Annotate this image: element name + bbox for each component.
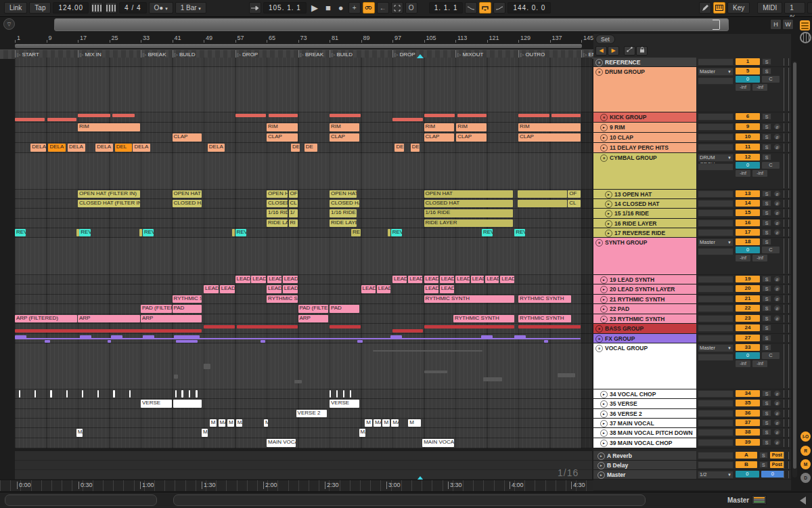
output-routing-selector[interactable]: Master▼ [698, 68, 734, 76]
arrangement-position-field[interactable]: 105. 1. 1 [263, 2, 307, 14]
track-lane[interactable] [15, 153, 592, 190]
quantize-selector[interactable]: 1 Bar ▾ [175, 2, 206, 14]
track-header-row[interactable]: ▸36 VERSE 236Sø [593, 409, 791, 419]
clip[interactable] [45, 340, 50, 343]
clip[interactable]: M [365, 419, 371, 427]
show-returns-toggle[interactable]: R [800, 446, 811, 456]
track-header-row[interactable]: ▸34 VOCAL CHOP34Sø [593, 389, 791, 399]
solo-button[interactable]: S [762, 285, 771, 292]
track-number-box[interactable]: 14 [736, 200, 760, 207]
speaker-toggle-icon[interactable]: ø [773, 219, 781, 226]
clip[interactable]: MA [76, 429, 83, 437]
clip[interactable] [518, 200, 567, 207]
clip[interactable]: MAIN VOCA [422, 439, 453, 447]
track-fold-icon[interactable]: ▸ [600, 276, 608, 284]
clip[interactable]: M [210, 419, 217, 427]
clip[interactable] [343, 390, 344, 398]
track-number-box[interactable]: 5 [736, 68, 760, 75]
track-header-row[interactable]: ▸19 LEAD SYNTH19Sø [593, 275, 791, 284]
clip-view-toggle-icon[interactable] [800, 20, 810, 30]
clip[interactable]: RIM [330, 123, 359, 131]
clip[interactable] [237, 325, 298, 329]
track-header-row[interactable]: ▸15 1/16 RIDE15Sø [593, 209, 791, 219]
clip[interactable]: RYTHMIC SYNTH [518, 295, 571, 303]
clip[interactable]: DELA [30, 144, 46, 152]
speaker-toggle-icon[interactable]: ø [773, 429, 781, 436]
master-pan[interactable]: 0 [736, 471, 759, 478]
loop-length-field[interactable]: 144. 0. 0 [508, 2, 551, 14]
track-fold-icon[interactable]: ▸ [600, 410, 608, 418]
solo-button[interactable]: S [762, 144, 771, 150]
track-number-box[interactable]: 15 [736, 209, 760, 216]
track-io-field[interactable] [698, 429, 734, 436]
track-name-cell[interactable]: ▸16 RIDE LAYER [593, 219, 696, 228]
clip[interactable] [424, 325, 514, 329]
clip[interactable]: REV [482, 229, 493, 236]
track-name[interactable]: 23 RYTHMIC SYNTH [610, 316, 664, 322]
return-track-row[interactable]: ▸B DelayBSPost [593, 461, 791, 470]
follow-button[interactable] [249, 2, 261, 14]
track-name[interactable]: 20 LEAD SYNTH LAYER [610, 286, 675, 293]
track-lane[interactable]: MAIN VOCAMAIN VOCA [15, 438, 592, 448]
solo-button[interactable]: S [762, 429, 771, 436]
track-fold-icon[interactable]: ▸ [600, 286, 608, 293]
track-name-cell[interactable]: ▸14 CLOSED HAT [593, 199, 696, 208]
arrangement-overview[interactable] [54, 18, 729, 31]
clip[interactable]: REV [391, 229, 402, 236]
clip[interactable]: CL [289, 200, 298, 207]
clip[interactable] [350, 390, 351, 398]
clip[interactable]: RYTHMIC SYNTH [424, 295, 514, 303]
track-name[interactable]: KICK GROUP [610, 114, 646, 121]
track-io-field[interactable] [698, 58, 734, 66]
clip[interactable]: LEAD [361, 285, 376, 293]
post-toggle[interactable]: Post [770, 461, 784, 468]
clip[interactable]: M [408, 419, 421, 427]
clip[interactable] [47, 118, 76, 121]
clip[interactable]: LEAD [424, 285, 438, 293]
computer-midi-keyboard-icon[interactable] [713, 2, 725, 14]
track-header-row[interactable]: ▸38 MAIN VOCAL PITCH DOWN38Sø [593, 428, 791, 438]
track-lane[interactable]: DELADELADELADELADELDELADELADEDEDEDE [15, 143, 592, 153]
clip[interactable] [174, 375, 177, 379]
speaker-toggle-icon[interactable]: ø [773, 200, 781, 207]
track-lane[interactable]: CLAPCLAPCLAPCLAPCLAPCLAP [15, 133, 592, 143]
speaker-toggle-icon[interactable]: ø [773, 133, 781, 140]
track-number-box[interactable]: 22 [736, 305, 760, 312]
clip[interactable]: VERSE [141, 400, 172, 408]
track-header-row[interactable]: ▸35 VERSE35Sø [593, 399, 791, 409]
clip[interactable]: MA [219, 419, 225, 427]
solo-button[interactable]: S [762, 190, 771, 197]
clip[interactable]: DELA [133, 144, 150, 152]
track-number-box[interactable]: 36 [736, 410, 760, 417]
track-number-box[interactable]: 21 [736, 295, 760, 302]
clip[interactable] [518, 114, 549, 117]
track-name-cell[interactable]: ▸20 LEAD SYNTH LAYER [593, 284, 696, 294]
track-number-box[interactable]: 1 [736, 58, 760, 65]
show-hide-overview-icon[interactable]: ▽ [3, 18, 15, 30]
bar-ruler[interactable]: 1917253341495765738189971051131211291371… [0, 34, 593, 43]
track-lane[interactable] [15, 343, 592, 389]
mixer-view-toggle-icon[interactable] [800, 32, 811, 43]
key-map-button[interactable]: Key [727, 2, 750, 14]
track-lane[interactable]: PAD (FILTERPADPAD (FILTERPAD [15, 304, 592, 314]
track-name-cell[interactable]: ▸15 1/16 RIDE [593, 209, 696, 218]
pan-knob[interactable]: 0 [736, 247, 760, 253]
track-name[interactable]: 22 PAD [610, 305, 629, 312]
speaker-toggle-icon[interactable]: ø [773, 190, 781, 197]
clip[interactable]: CLOSED HAT [330, 200, 359, 207]
show-delay-toggle[interactable]: D [800, 473, 811, 483]
track-io-field[interactable] [698, 144, 734, 151]
clip[interactable]: PAD [173, 305, 202, 313]
track-header-row[interactable]: ≡SYNTH GROUPMaster▼18S0C-inf-inf [593, 238, 791, 275]
group-fold-icon[interactable]: ≡ [600, 154, 608, 162]
track-io-field[interactable] [698, 77, 734, 85]
clip[interactable]: CLAP [518, 133, 581, 142]
track-name-cell[interactable]: ≡KICK GROUP [593, 112, 696, 122]
track-name-cell[interactable]: ≡REFERENCE [593, 58, 696, 66]
track-fold-icon[interactable]: ▸ [597, 471, 605, 479]
volume-field-left[interactable]: -inf [736, 84, 750, 91]
track-name-cell[interactable]: ▸36 VERSE 2 [593, 409, 696, 418]
solo-button[interactable]: S [762, 133, 771, 140]
clip[interactable]: RIDE LAY [267, 219, 288, 227]
track-io-field[interactable] [698, 113, 734, 121]
